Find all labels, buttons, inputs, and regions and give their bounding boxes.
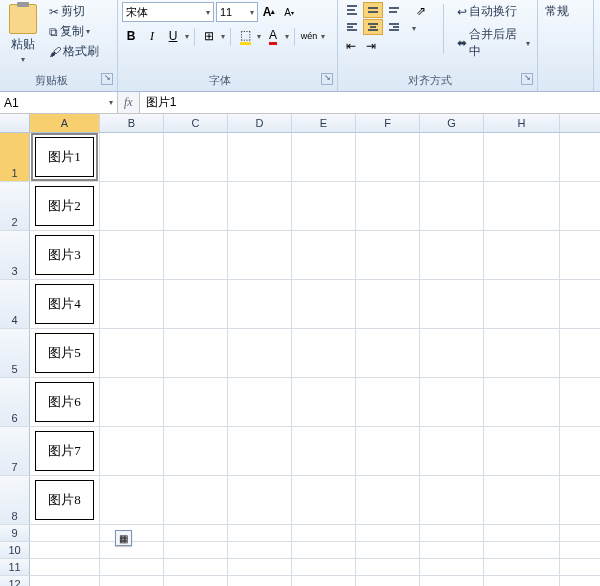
picture-shape[interactable]: 图片8 — [35, 480, 94, 520]
dialog-launcher-alignment[interactable]: ↘ — [521, 73, 533, 85]
dialog-launcher-clipboard[interactable]: ↘ — [101, 73, 113, 85]
cell[interactable] — [484, 133, 560, 181]
cell[interactable] — [420, 525, 484, 541]
cell[interactable] — [164, 378, 228, 426]
cell[interactable] — [164, 231, 228, 279]
picture-shape[interactable]: 图片2 — [35, 186, 94, 226]
cell[interactable] — [484, 525, 560, 541]
cell[interactable] — [356, 525, 420, 541]
cell[interactable] — [356, 559, 420, 575]
underline-button[interactable]: U — [164, 27, 182, 45]
cell[interactable] — [30, 559, 100, 575]
cell[interactable] — [100, 329, 164, 377]
cell[interactable] — [100, 576, 164, 586]
cell[interactable] — [356, 427, 420, 475]
cell[interactable] — [164, 542, 228, 558]
cell[interactable] — [100, 280, 164, 328]
cell[interactable] — [100, 525, 164, 541]
col-header-E[interactable]: E — [292, 114, 356, 132]
cell[interactable] — [100, 559, 164, 575]
row-header[interactable]: 8 — [0, 476, 30, 524]
cell[interactable] — [484, 231, 560, 279]
cell[interactable] — [228, 559, 292, 575]
cell[interactable] — [420, 231, 484, 279]
cell[interactable] — [292, 378, 356, 426]
cell[interactable] — [420, 378, 484, 426]
picture-shape[interactable]: 图片7 — [35, 431, 94, 471]
cell[interactable] — [356, 231, 420, 279]
col-header-A[interactable]: A — [30, 114, 100, 132]
orientation-button[interactable]: ⇗ — [412, 2, 430, 20]
align-bottom-button[interactable] — [384, 2, 404, 18]
cell[interactable] — [228, 576, 292, 586]
row-header[interactable]: 9 — [0, 525, 30, 541]
cell[interactable] — [356, 576, 420, 586]
cell[interactable] — [356, 133, 420, 181]
cell[interactable] — [292, 525, 356, 541]
cell[interactable] — [228, 378, 292, 426]
picture-shape[interactable]: 图片6 — [35, 382, 94, 422]
fill-color-button[interactable]: ⬚ — [236, 27, 254, 45]
increase-font-button[interactable]: A▴ — [260, 3, 278, 21]
paste-button[interactable]: 粘贴 ▾ — [4, 2, 42, 65]
increase-indent-button[interactable]: ⇥ — [362, 37, 380, 55]
picture-shape[interactable]: 图片5 — [35, 333, 94, 373]
cell[interactable] — [420, 576, 484, 586]
cell[interactable] — [420, 559, 484, 575]
cell[interactable] — [228, 182, 292, 230]
cell[interactable] — [356, 182, 420, 230]
cell[interactable] — [292, 231, 356, 279]
cell[interactable] — [30, 525, 100, 541]
align-top-button[interactable] — [342, 2, 362, 18]
cell[interactable] — [164, 427, 228, 475]
row-header[interactable]: 5 — [0, 329, 30, 377]
cell[interactable] — [484, 542, 560, 558]
col-header-D[interactable]: D — [228, 114, 292, 132]
row-header[interactable]: 6 — [0, 378, 30, 426]
cell[interactable] — [420, 133, 484, 181]
font-name-select[interactable]: 宋体 ▾ — [122, 2, 214, 22]
merge-center-button[interactable]: ⬌ 合并后居中 ▾ — [454, 25, 533, 61]
cell[interactable] — [228, 525, 292, 541]
col-header-C[interactable]: C — [164, 114, 228, 132]
cell[interactable] — [100, 133, 164, 181]
cell[interactable] — [228, 476, 292, 524]
cell[interactable] — [484, 559, 560, 575]
cell[interactable] — [164, 559, 228, 575]
cell[interactable] — [420, 542, 484, 558]
bold-button[interactable]: B — [122, 27, 140, 45]
cell[interactable] — [484, 427, 560, 475]
font-color-button[interactable]: A — [264, 27, 282, 45]
cell[interactable] — [292, 576, 356, 586]
row-header[interactable]: 2 — [0, 182, 30, 230]
cell[interactable] — [292, 133, 356, 181]
row-header[interactable]: 10 — [0, 542, 30, 558]
wrap-text-button[interactable]: ↩ 自动换行 — [454, 2, 533, 21]
cell[interactable] — [484, 280, 560, 328]
align-middle-button[interactable] — [363, 2, 383, 18]
cell[interactable] — [356, 542, 420, 558]
dialog-launcher-font[interactable]: ↘ — [321, 73, 333, 85]
formula-input[interactable]: 图片1 — [139, 92, 600, 113]
phonetic-guide-button[interactable]: wén — [300, 27, 318, 45]
cell[interactable] — [228, 231, 292, 279]
cell[interactable] — [420, 280, 484, 328]
cell[interactable] — [100, 182, 164, 230]
cell[interactable] — [484, 182, 560, 230]
cell[interactable] — [356, 378, 420, 426]
copy-button[interactable]: ⧉ 复制 ▾ — [46, 22, 102, 41]
cell[interactable] — [292, 476, 356, 524]
cell[interactable] — [164, 182, 228, 230]
decrease-indent-button[interactable]: ⇤ — [342, 37, 360, 55]
name-box[interactable]: A1 ▾ — [0, 92, 118, 113]
cell[interactable] — [420, 329, 484, 377]
decrease-font-button[interactable]: A▾ — [280, 3, 298, 21]
col-header-B[interactable]: B — [100, 114, 164, 132]
cell[interactable] — [292, 182, 356, 230]
cell[interactable] — [292, 280, 356, 328]
col-header-G[interactable]: G — [420, 114, 484, 132]
cell[interactable] — [484, 329, 560, 377]
cell[interactable] — [356, 476, 420, 524]
cell[interactable] — [228, 542, 292, 558]
cell[interactable] — [228, 280, 292, 328]
